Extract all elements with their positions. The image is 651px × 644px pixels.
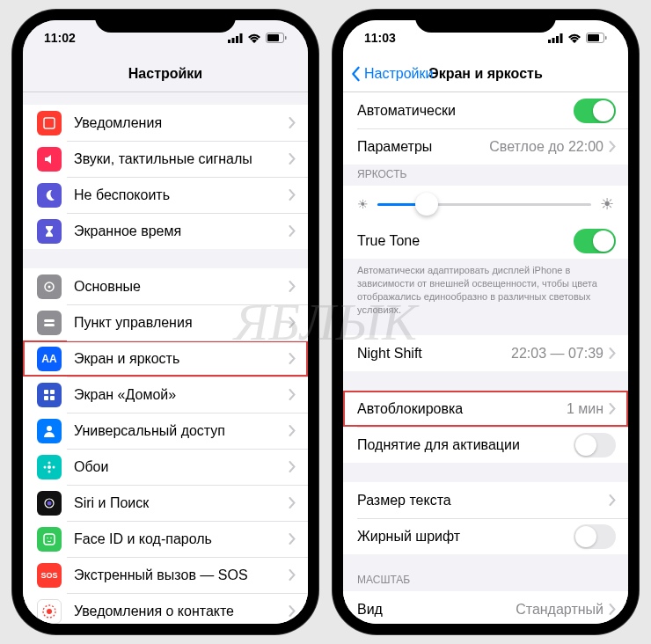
row-label: Экранное время (74, 223, 289, 239)
chevron-right-icon (289, 225, 296, 237)
svg-rect-31 (548, 40, 551, 43)
section-header-scale: МАСШТАБ (343, 570, 628, 591)
dotcircle-icon (37, 599, 62, 624)
chevron-right-icon (289, 317, 296, 328)
svg-rect-7 (44, 118, 55, 128)
settings-row[interactable]: Face ID и код-пароль (23, 521, 308, 557)
settings-row[interactable]: Обои (23, 449, 308, 485)
svg-point-26 (50, 537, 52, 538)
row-night-shift[interactable]: Night Shift 22:03 — 07:39 (343, 335, 628, 371)
settings-row[interactable]: Основные (23, 268, 308, 304)
row-label: Экран и яркость (74, 351, 289, 367)
grid-icon (37, 383, 62, 407)
row-raise-to-wake[interactable]: Поднятие для активации (343, 427, 628, 463)
row-auto-appearance[interactable]: Автоматически (343, 92, 628, 128)
sound-icon (37, 147, 62, 172)
nav-title: Настройки (128, 66, 202, 82)
row-auto-lock[interactable]: Автоблокировка 1 мин (343, 391, 628, 427)
chevron-right-icon (609, 348, 616, 359)
chevron-right-icon (289, 189, 296, 201)
row-value: 22:03 — 07:39 (511, 346, 603, 362)
settings-row[interactable]: Уведомления о контакте (23, 593, 308, 624)
SOS-icon: SOS (37, 563, 62, 588)
chevron-right-icon (289, 353, 296, 364)
svg-rect-34 (560, 33, 563, 43)
notification-icon (37, 111, 62, 135)
settings-row[interactable]: Пункт управления (23, 304, 308, 340)
settings-row[interactable]: Универсальный доступ (23, 413, 308, 449)
wifi-icon (247, 33, 261, 43)
row-value: 1 мин (567, 401, 603, 417)
svg-rect-33 (556, 36, 559, 43)
sun-min-icon: ☀︎ (357, 197, 369, 211)
toggle-auto-appearance[interactable] (574, 99, 616, 123)
row-true-tone[interactable]: True Tone (343, 223, 628, 259)
row-label: Siri и Поиск (74, 495, 289, 511)
row-bold-text[interactable]: Жирный шрифт (343, 518, 628, 554)
svg-point-20 (44, 465, 47, 468)
svg-point-9 (48, 285, 51, 288)
settings-row[interactable]: Звуки, тактильные сигналы (23, 141, 308, 177)
chevron-right-icon (289, 425, 296, 436)
settings-list[interactable]: УведомленияЗвуки, тактильные сигналыНе б… (23, 92, 308, 624)
toggle-bold-text[interactable] (574, 524, 616, 549)
settings-row[interactable]: Уведомления (23, 105, 308, 141)
row-label: Обои (74, 459, 289, 475)
row-text-size[interactable]: Размер текста (343, 482, 628, 518)
row-options[interactable]: Параметры Светлое до 22:00 (343, 128, 628, 165)
back-button[interactable]: Настройки (350, 66, 433, 82)
status-time: 11:03 (364, 31, 396, 45)
settings-row[interactable]: AAЭкран и яркость (23, 340, 308, 377)
row-value: Светлое до 22:00 (489, 139, 603, 155)
svg-rect-14 (44, 396, 48, 400)
row-view[interactable]: Вид Стандартный (343, 591, 628, 624)
hourglass-icon (37, 219, 62, 244)
settings-row[interactable]: Экран «Домой» (23, 377, 308, 413)
row-label: Автоматически (357, 103, 574, 119)
chevron-right-icon (289, 569, 296, 581)
back-label: Настройки (364, 66, 433, 82)
chevron-right-icon (609, 403, 616, 414)
row-label: Вид (357, 602, 516, 618)
svg-rect-5 (267, 34, 279, 41)
svg-point-17 (48, 465, 51, 469)
battery-icon (266, 33, 287, 43)
faceid-icon (37, 527, 62, 552)
settings-row[interactable]: Экранное время (23, 213, 308, 249)
display-brightness-list[interactable]: Автоматически Параметры Светлое до 22:00… (343, 92, 628, 624)
notch (95, 10, 236, 33)
row-label: Не беспокоить (74, 187, 289, 203)
svg-rect-6 (285, 36, 287, 40)
chevron-right-icon (289, 497, 296, 509)
row-label: Поднятие для активации (357, 437, 574, 453)
row-label: Пункт управления (74, 315, 289, 331)
svg-rect-24 (44, 534, 55, 545)
settings-row[interactable]: SOSЭкстренный вызов — SOS (23, 557, 308, 593)
screen-right: 11:03 Настройки Экран и яркость Автомати… (343, 20, 628, 624)
row-label: Face ID и код-пароль (74, 531, 289, 547)
sun-max-icon: ☀︎ (600, 194, 614, 214)
brightness-slider[interactable] (377, 203, 591, 206)
chevron-right-icon (289, 281, 296, 292)
nav-bar: Настройки Экран и яркость (343, 55, 628, 92)
row-label: Размер текста (357, 493, 609, 509)
row-label: Автоблокировка (357, 401, 567, 417)
row-label: True Tone (357, 233, 574, 249)
toggle-raise-to-wake[interactable] (574, 433, 616, 457)
svg-rect-36 (588, 34, 599, 41)
settings-row[interactable]: Не беспокоить (23, 177, 308, 213)
chevron-right-icon (609, 494, 616, 506)
section-header-brightness: ЯРКОСТЬ (343, 165, 628, 186)
settings-row[interactable]: Siri и Поиск (23, 485, 308, 521)
brightness-slider-row: ☀︎ ☀︎ (343, 186, 628, 223)
switches-icon (37, 311, 62, 335)
row-label: Экран «Домой» (74, 387, 289, 403)
svg-rect-3 (240, 33, 243, 43)
chevron-left-icon (350, 66, 361, 82)
status-time: 11:02 (44, 31, 76, 45)
row-label: Универсальный доступ (74, 423, 289, 439)
toggle-true-tone[interactable] (574, 229, 616, 253)
svg-point-21 (53, 465, 55, 468)
row-label: Жирный шрифт (357, 529, 574, 545)
status-icons (228, 33, 287, 43)
